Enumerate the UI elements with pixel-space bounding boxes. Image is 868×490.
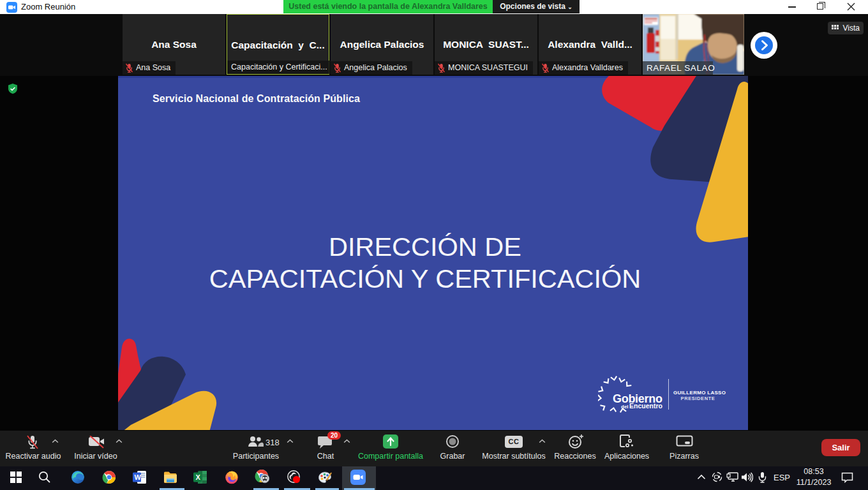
svg-text:Encuentro: Encuentro bbox=[629, 402, 662, 410]
svg-text:del: del bbox=[621, 404, 629, 410]
svg-text:X: X bbox=[195, 473, 200, 481]
svg-text:W: W bbox=[135, 473, 142, 481]
